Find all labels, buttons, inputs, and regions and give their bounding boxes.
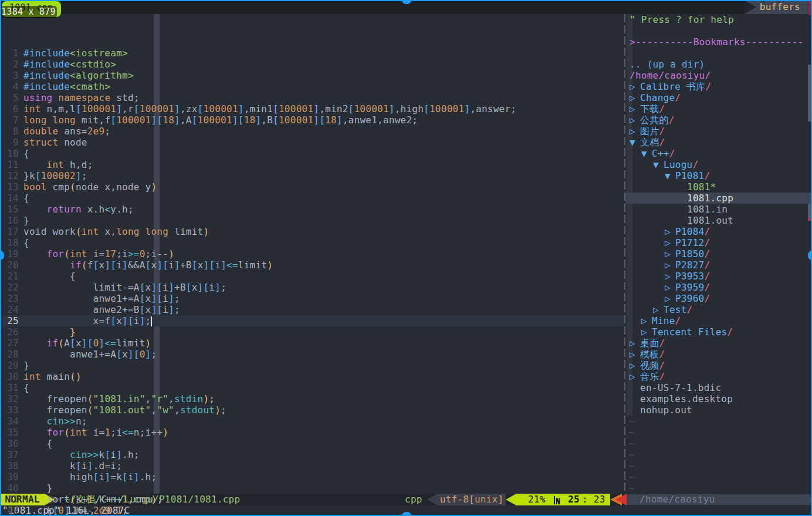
dir-closed-icon[interactable]: ▷ bbox=[641, 315, 652, 326]
dir-closed-icon[interactable]: ▷ bbox=[630, 371, 640, 382]
dir-closed-icon[interactable]: ▷ bbox=[630, 92, 640, 103]
buffers-label[interactable]: buffers bbox=[760, 1, 800, 12]
code-line[interactable]: 20 if(f[x][i]&&A[x][i]+B[x][i]<=limit) bbox=[0, 259, 624, 271]
dir-closed-icon[interactable]: ▷ bbox=[665, 259, 675, 271]
code-line[interactable]: 24 anwe2+=B[x][i]; bbox=[0, 304, 624, 315]
code-line[interactable]: 38 k[i].d=i; bbox=[0, 460, 624, 471]
dir-open-icon[interactable]: ▼ bbox=[653, 159, 664, 170]
dir-closed-icon[interactable]: ▷ bbox=[630, 81, 640, 92]
selection-handle-bottom[interactable] bbox=[402, 512, 411, 516]
code-line[interactable]: 36 { bbox=[0, 438, 624, 449]
tree-dir-change[interactable]: ▷Change/ bbox=[625, 92, 812, 103]
tree-dir--[interactable]: ▷下载/ bbox=[625, 103, 812, 114]
dir-closed-icon[interactable]: ▷ bbox=[630, 360, 640, 371]
code-line[interactable]: 15 return x.h<y.h; bbox=[0, 204, 624, 215]
tree-dir-p3959[interactable]: ▷P3959/ bbox=[625, 282, 812, 293]
tree-dir-p2827[interactable]: ▷P2827/ bbox=[625, 259, 812, 271]
dir-closed-icon[interactable]: ▷ bbox=[665, 237, 675, 248]
code-line[interactable]: 22 limit-=A[x][i]+B[x][i]; bbox=[0, 282, 624, 293]
dir-closed-icon[interactable]: ▷ bbox=[653, 304, 664, 315]
code-line[interactable]: 7long long mit,f[100001][18],A[100001][1… bbox=[0, 114, 624, 126]
dir-closed-icon[interactable]: ▷ bbox=[630, 103, 640, 114]
tree-file-nohup-out[interactable]: nohup.out bbox=[625, 404, 812, 416]
code-line[interactable]: 19 for(int i=17;i>=0;i--) bbox=[0, 248, 624, 259]
dir-closed-icon[interactable]: ▷ bbox=[665, 282, 675, 293]
tree-dir-p3953[interactable]: ▷P3953/ bbox=[625, 271, 812, 282]
code-line[interactable]: 33 freopen("1081.out","w",stdout); bbox=[0, 404, 624, 416]
code-line[interactable]: 18{ bbox=[0, 237, 624, 248]
code-line[interactable]: 35 for(int i=1;i<=n;i++) bbox=[0, 427, 624, 438]
code-line[interactable]: 41 sort(k+1,k+n+1,cmp); bbox=[0, 494, 624, 505]
tree-dir--[interactable]: ▷公共的/ bbox=[625, 114, 812, 126]
dir-closed-icon[interactable]: ▷ bbox=[630, 114, 640, 126]
dir-open-icon[interactable]: ▼ bbox=[630, 137, 640, 148]
code-line[interactable]: 3#include<algorithm> bbox=[0, 70, 624, 81]
dir-closed-icon[interactable]: ▷ bbox=[630, 126, 640, 137]
selection-handle-right[interactable] bbox=[808, 251, 812, 260]
tree-file-examples-desktop[interactable]: examples.desktop bbox=[625, 393, 812, 404]
code-line[interactable]: 8double ans=2e9; bbox=[0, 126, 624, 137]
dir-closed-icon[interactable]: ▷ bbox=[630, 349, 640, 360]
tree-dir-p1084[interactable]: ▷P1084/ bbox=[625, 226, 812, 237]
code-line[interactable]: 40 } bbox=[0, 483, 624, 494]
code-line[interactable]: 9struct node bbox=[0, 137, 624, 148]
code-line[interactable]: 6int n,m,l[100001],r[100001],zx[100001],… bbox=[0, 103, 624, 114]
code-line[interactable]: 30int main() bbox=[0, 371, 624, 382]
tree-file-en-us-7-1-bdic[interactable]: en-US-7-1.bdic bbox=[625, 382, 812, 393]
code-line[interactable]: 29} bbox=[0, 360, 624, 371]
code-line[interactable]: 26 } bbox=[0, 326, 624, 338]
dir-closed-icon[interactable]: ▷ bbox=[665, 226, 675, 237]
code-line[interactable]: 11 int h,d; bbox=[0, 159, 624, 170]
tree-dir--[interactable]: ▼文档/ bbox=[625, 137, 812, 148]
code-line[interactable]: 21 { bbox=[0, 271, 624, 282]
dir-closed-icon[interactable]: ▷ bbox=[630, 338, 640, 349]
code-line[interactable]: 39 high[i]=k[i].h; bbox=[0, 471, 624, 483]
tree-dir-c-[interactable]: ▼C++/ bbox=[625, 148, 812, 159]
dir-closed-icon[interactable]: ▷ bbox=[641, 326, 652, 338]
tree-dir--[interactable]: ▷音乐/ bbox=[625, 371, 812, 382]
tree-dir-p1850[interactable]: ▷P1850/ bbox=[625, 248, 812, 259]
tree-dir-mine[interactable]: ▷Mine/ bbox=[625, 315, 812, 326]
tree-dir--[interactable]: ▷模板/ bbox=[625, 349, 812, 360]
tree-file-1081-in[interactable]: 1081.in bbox=[625, 204, 812, 215]
code-line[interactable]: 2#include<cstdio> bbox=[0, 59, 624, 70]
tree-dir-calibre-[interactable]: ▷Calibre 书库/ bbox=[625, 81, 812, 92]
code-line[interactable]: 31{ bbox=[0, 382, 624, 393]
tree-updir[interactable]: .. (up a dir) bbox=[625, 59, 812, 70]
tree-comment[interactable]: " Press ? for help bbox=[625, 14, 812, 25]
code-line[interactable]: 12}k[100002]; bbox=[0, 170, 624, 181]
code-line[interactable]: 27 if(A[x][0]<=limit) bbox=[0, 338, 624, 349]
code-line[interactable]: 37 cin>>k[i].h; bbox=[0, 449, 624, 460]
code-line[interactable]: 23 anwe1+=A[x][i]; bbox=[0, 293, 624, 304]
code-line[interactable]: 1#include<iostream> bbox=[0, 48, 624, 59]
buffers-segment[interactable]: buffers bbox=[745, 0, 808, 14]
code-line[interactable]: 14{ bbox=[0, 193, 624, 204]
tree-file-1081-cpp[interactable]: 1081.cpp bbox=[625, 193, 812, 204]
code-editor[interactable]: 1#include<iostream>2#include<cstdio>3#in… bbox=[0, 14, 624, 494]
dir-closed-icon[interactable]: ▷ bbox=[665, 293, 675, 304]
code-line[interactable]: 25 x=f[x][i]; bbox=[0, 315, 624, 326]
code-line[interactable]: 4#include<cmath> bbox=[0, 81, 624, 92]
tree-dir--[interactable]: ▷图片/ bbox=[625, 126, 812, 137]
tree-dir-p1712[interactable]: ▷P1712/ bbox=[625, 237, 812, 248]
tree-file-1081-[interactable]: 1081* bbox=[625, 181, 812, 193]
tree-dir-tencent-files[interactable]: ▷Tencent Files/ bbox=[625, 326, 812, 338]
tree-dir--[interactable]: ▷桌面/ bbox=[625, 338, 812, 349]
code-line[interactable]: 13bool cmp(node x,node y) bbox=[0, 181, 624, 193]
tree-dir-p1081[interactable]: ▼P1081/ bbox=[625, 170, 812, 181]
tree-dir--[interactable]: ▷视频/ bbox=[625, 360, 812, 371]
dir-open-icon[interactable]: ▼ bbox=[665, 170, 675, 181]
dir-closed-icon[interactable]: ▷ bbox=[665, 271, 675, 282]
tree-dir-p3960[interactable]: ▷P3960/ bbox=[625, 293, 812, 304]
dir-closed-icon[interactable]: ▷ bbox=[665, 248, 675, 259]
dir-open-icon[interactable]: ▼ bbox=[641, 148, 652, 159]
code-line[interactable]: 28 anwe1+=A[x][0]; bbox=[0, 349, 624, 360]
code-line[interactable]: 16} bbox=[0, 215, 624, 226]
code-line[interactable]: 17void work(int x,long long limit) bbox=[0, 226, 624, 237]
tree-dir-test[interactable]: ▷Test/ bbox=[625, 304, 812, 315]
code-line[interactable]: 5using namespace std; bbox=[0, 92, 624, 103]
tree-file-1081-out[interactable]: 1081.out bbox=[625, 215, 812, 226]
tree-dir-luogu[interactable]: ▼Luogu/ bbox=[625, 159, 812, 170]
tree-root[interactable]: /home/caosiyu/ bbox=[625, 70, 812, 81]
code-line[interactable]: 10{ bbox=[0, 148, 624, 159]
